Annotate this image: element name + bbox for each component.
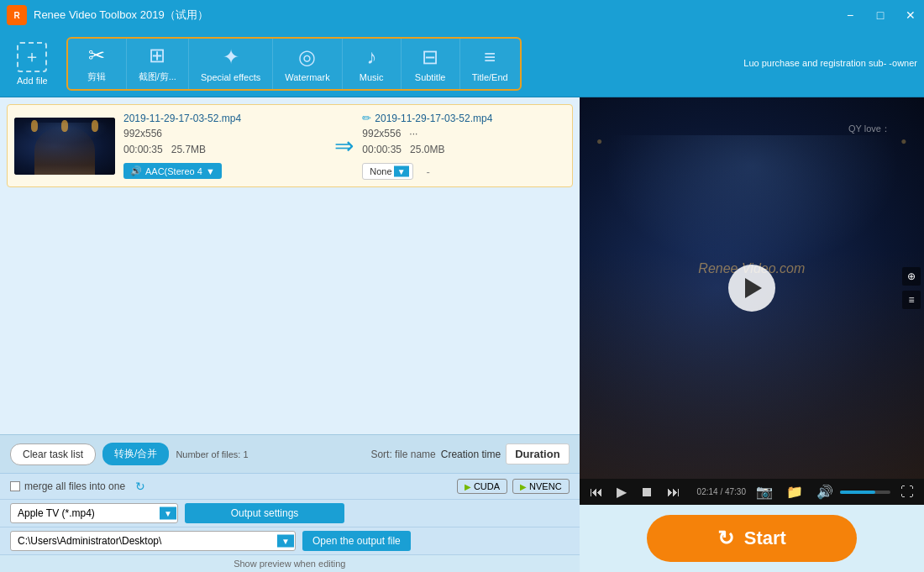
start-label: Start [744,527,786,549]
sort-section: Sort: file name Creation time Duration [370,443,569,464]
audio-track-button[interactable]: 🔊 AAC(Stereo 4 ▼ [123,163,222,179]
open-output-button[interactable]: Open the output file [302,531,411,551]
toolbar-item-watermark[interactable]: ◎ Watermark [273,39,342,89]
close-button[interactable]: ✕ [897,0,924,30]
play-pause-button[interactable]: ▶ [613,482,630,501]
table-row: 2019-11-29-17-03-52.mp4 992x556 00:00:35… [7,104,573,187]
preview-note: Show preview when editing [0,554,580,572]
audio-track-label: AAC(Stereo 4 [145,166,202,176]
thumbnail-preview [14,118,115,175]
input-resolution: 992x556 [123,126,326,142]
play-triangle-icon [745,278,762,298]
video-play-area [580,97,924,479]
volume-control: 🔊 [813,482,890,501]
user-info: Luo purchase and registration sub- -owne… [743,56,917,71]
refresh-icon[interactable]: ↻ [135,480,145,493]
music-icon: ♪ [366,45,376,69]
nvenc-badge[interactable]: ▶ NVENC [512,479,570,494]
clip-label: 截图/剪... [139,71,176,83]
start-button[interactable]: ↻ Start [647,515,857,562]
output-size: 25.0MB [410,144,444,155]
main-container: 2019-11-29-17-03-52.mp4 992x556 00:00:35… [0,97,924,572]
add-file-label: Add file [17,76,48,86]
output-path-input[interactable] [10,531,296,551]
app-logo: R [7,5,27,25]
video-controls-bar: ⏮ ▶ ⏹ ⏭ 02:14 / 47:30 📷 📁 🔊 ⛶ [580,479,924,505]
toolbar-item-music[interactable]: ♪ Music [343,39,402,89]
playback-time: 02:14 / 47:30 [697,487,746,496]
clip-icon: ⊞ [149,44,165,67]
fullscreen-button[interactable]: ⛶ [897,483,917,501]
toolbar-item-trim[interactable]: ✂ 剪辑 [68,39,127,89]
duration-badge[interactable]: Duration [506,443,569,464]
watermark-icon: ◎ [298,45,316,69]
tool-group: ✂ 剪辑 ⊞ 截图/剪... ✦ Special effects ◎ Water… [66,37,522,91]
open-folder-button[interactable]: 📁 [783,482,806,501]
arrow-icon: ⇒ [334,132,354,160]
file-count: Number of files: 1 [176,449,248,459]
titleend-icon: ≡ [484,45,496,69]
window-controls: − □ ✕ [837,0,924,30]
output-filename: ✏ 2019-11-29-17-03-52.mp4 [362,112,564,124]
video-figure: ● ● QY love： Renee Video.com ⊕ ≡ [580,97,924,479]
merge-checkbox[interactable] [10,481,20,491]
output-duration-size: 00:00:35 25.0MB [362,142,564,158]
path-bar: ▼ Open the output file [0,527,580,554]
watermark-label: Watermark [285,72,329,82]
subtitle-arrow: ▼ [394,166,409,177]
subtitle-dropdown[interactable]: None ▼ [362,163,412,180]
nvenc-label: NVENC [529,481,562,491]
titlebar: R Renee Video Toolbox 2019（试用） − □ ✕ [0,0,924,30]
video-preview: ● ● QY love： Renee Video.com ⊕ ≡ [580,97,924,479]
output-settings-button[interactable]: Output settings [185,503,344,523]
convert-button[interactable]: 转换/合并 [102,443,169,465]
toolbar-item-clip[interactable]: ⊞ 截图/剪... [127,39,189,89]
toolbar-item-effects[interactable]: ✦ Special effects [189,39,273,89]
merge-checkbox-label[interactable]: merge all files into one [10,480,125,492]
side-icon-1[interactable]: ⊕ [902,267,921,286]
effects-label: Special effects [201,72,260,82]
right-panel: ● ● QY love： Renee Video.com ⊕ ≡ [580,97,924,572]
maximize-button[interactable]: □ [867,0,894,30]
sort-label: Sort: file name [370,449,435,460]
edit-icon: ✏ [362,112,371,124]
clear-task-button[interactable]: Clear task list [10,443,96,465]
titleend-label: Title/End [472,72,508,82]
side-icon-2[interactable]: ≡ [902,291,921,309]
format-select[interactable]: Apple TV (*.mp4) [10,503,178,523]
nvenc-icon: ▶ [520,482,527,491]
add-icon: ＋ [17,42,47,72]
skip-back-button[interactable]: ⏮ [586,483,606,501]
toolbar: ＋ Add file ✂ 剪辑 ⊞ 截图/剪... ✦ Special effe… [0,30,924,97]
output-duration: 00:00:35 [362,144,402,155]
volume-slider[interactable] [840,491,890,494]
toolbar-item-subtitle[interactable]: ⊟ Subtitle [402,39,460,89]
left-panel: 2019-11-29-17-03-52.mp4 992x556 00:00:35… [0,97,580,572]
cuda-badge[interactable]: ▶ CUDA [457,479,507,494]
start-panel: ↻ Start [580,505,924,572]
screenshot-button[interactable]: 📷 [753,482,776,501]
music-label: Music [360,72,384,82]
input-file-info: 2019-11-29-17-03-52.mp4 992x556 00:00:35… [123,113,326,179]
input-duration-size: 00:00:35 25.7MB [123,142,326,158]
volume-fill [840,491,875,494]
creation-time-sort[interactable]: Creation time [441,449,501,460]
play-button[interactable] [728,265,775,312]
path-input-wrapper: ▼ [10,531,296,551]
toolbar-item-titleend[interactable]: ≡ Title/End [460,39,520,89]
start-icon: ↻ [717,527,734,550]
volume-button[interactable]: 🔊 [813,482,837,501]
audio-controls: 🔊 AAC(Stereo 4 ▼ [123,163,326,179]
cuda-icon: ▶ [465,482,471,491]
stop-button[interactable]: ⏹ [637,483,657,501]
add-file-button[interactable]: ＋ Add file [7,35,58,92]
app-title: Renee Video Toolbox 2019（试用） [34,8,917,23]
skip-forward-button[interactable]: ⏭ [664,483,684,501]
bottom-bar: Clear task list 转换/合并 Number of files: 1… [0,434,580,473]
input-filename: 2019-11-29-17-03-52.mp4 [123,113,326,124]
merge-label: merge all files into one [24,480,125,492]
minimize-button[interactable]: − [837,0,864,30]
output-file-info: ✏ 2019-11-29-17-03-52.mp4 992x556 ··· 00… [362,112,564,180]
input-size: 25.7MB [171,144,206,155]
effects-icon: ✦ [223,45,239,69]
